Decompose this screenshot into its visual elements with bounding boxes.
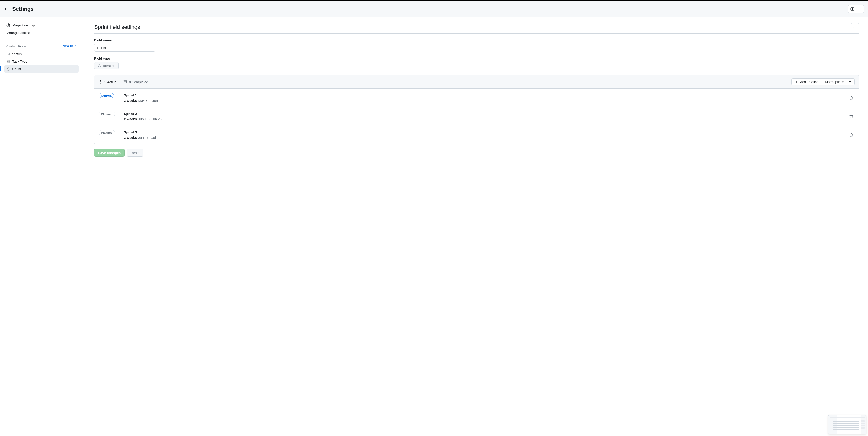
kebab-icon [858, 7, 862, 11]
iteration-icon [98, 64, 101, 68]
iteration-name[interactable]: Sprint 3 [124, 130, 848, 134]
sidebar: Project settings Manage access Custom fi… [0, 17, 85, 436]
tab-label: 3 Active [104, 80, 116, 84]
iteration-icon [6, 67, 10, 71]
iteration-row: PlannedSprint 22 weeksJun 13 - Jun 26 [94, 107, 859, 125]
new-field-button[interactable]: New field [57, 44, 76, 48]
delete-iteration-button[interactable] [848, 113, 855, 120]
single-select-icon [6, 52, 10, 56]
iteration-duration: 2 weeks [124, 117, 137, 121]
iteration-badge: Current [98, 93, 114, 98]
new-field-label: New field [63, 44, 76, 48]
single-select-icon [6, 60, 10, 63]
svg-point-3 [859, 8, 859, 9]
field-type-value: Iteration [103, 64, 115, 68]
trash-icon [849, 114, 853, 118]
svg-point-12 [855, 27, 855, 28]
reset-button[interactable]: Reset [127, 149, 143, 157]
sidebar-field-sprint[interactable]: Sprint [4, 65, 79, 72]
svg-point-5 [861, 8, 862, 9]
delete-iteration-button[interactable] [848, 132, 855, 138]
iteration-row: CurrentSprint 12 weeksMay 30 - Jun 12 [94, 89, 859, 107]
iteration-duration: 2 weeks [124, 136, 137, 140]
svg-rect-1 [850, 8, 854, 10]
tab-label: 0 Completed [129, 80, 148, 84]
more-options-button[interactable]: More options [822, 79, 855, 85]
more-button[interactable] [856, 5, 864, 13]
iteration-date-range: Jun 27 - Jul 10 [138, 136, 160, 140]
sidebar-field-label: Sprint [12, 67, 21, 71]
trash-icon [849, 133, 853, 137]
plus-icon [57, 44, 61, 48]
sidebar-item-label: Manage access [6, 31, 30, 35]
iteration-row: PlannedSprint 32 weeksJun 27 - Jul 10 [94, 125, 859, 144]
sidebar-field-label: Status [12, 52, 22, 56]
field-type-display: Iteration [94, 62, 119, 69]
svg-rect-10 [7, 60, 9, 63]
iteration-name[interactable]: Sprint 2 [124, 112, 848, 116]
iterations-panel: 3 Active 0 Completed Add iteratio [94, 75, 859, 144]
sidebar-item-project-settings[interactable]: Project settings [4, 21, 79, 29]
sidebar-divider [4, 39, 79, 40]
iterations-tabs-row: 3 Active 0 Completed Add iteratio [94, 75, 859, 89]
svg-point-13 [856, 27, 857, 28]
iteration-duration: 2 weeks [124, 98, 137, 103]
sidebar-item-manage-access[interactable]: Manage access [4, 29, 79, 36]
panel-toggle-button[interactable] [848, 5, 856, 13]
tab-completed-iterations[interactable]: 0 Completed [123, 80, 148, 84]
save-changes-button[interactable]: Save changes [94, 149, 125, 157]
custom-fields-label: Custom fields [6, 45, 26, 48]
main-more-button[interactable] [851, 23, 859, 31]
kebab-icon [853, 25, 857, 29]
more-options-label: More options [825, 80, 844, 84]
svg-point-4 [860, 8, 860, 9]
side-panel-icon [850, 7, 854, 11]
main-content: Sprint field settings Field name Field t… [85, 17, 868, 436]
thumbnail-preview[interactable] [828, 415, 866, 434]
svg-point-6 [8, 25, 9, 26]
iteration-badge: Planned [98, 112, 115, 116]
iteration-date-range: May 30 - Jun 12 [138, 98, 163, 103]
sidebar-field-task-type[interactable]: Task Type [4, 58, 79, 65]
add-iteration-button[interactable]: Add iteration [792, 79, 822, 85]
gear-icon [6, 23, 10, 27]
iteration-badge: Planned [98, 130, 115, 135]
trash-icon [849, 96, 853, 100]
back-arrow-icon[interactable] [4, 6, 9, 11]
delete-iteration-button[interactable] [848, 94, 855, 101]
sidebar-field-status[interactable]: Status [4, 50, 79, 58]
svg-rect-9 [7, 53, 9, 55]
header-bar: Settings [0, 1, 868, 17]
iteration-name[interactable]: Sprint 1 [124, 93, 848, 97]
iterations-actions-group: Add iteration More options [792, 79, 855, 85]
page-title: Settings [12, 6, 34, 12]
add-iteration-label: Add iteration [800, 80, 818, 84]
tab-active-iterations[interactable]: 3 Active [98, 80, 116, 84]
svg-marker-19 [849, 81, 851, 83]
main-title: Sprint field settings [94, 24, 140, 30]
svg-point-11 [853, 27, 854, 28]
svg-rect-15 [124, 81, 127, 81]
plus-icon [795, 80, 798, 84]
field-type-label: Field type [94, 57, 859, 60]
iteration-date-range: Jun 13 - Jun 26 [138, 117, 162, 121]
clock-icon [98, 80, 103, 84]
sidebar-field-label: Task Type [12, 59, 27, 63]
custom-fields-header: Custom fields New field [4, 43, 79, 50]
archive-icon [123, 80, 127, 84]
caret-down-icon [848, 81, 851, 83]
field-name-label: Field name [94, 38, 859, 42]
header-action-group [848, 5, 864, 13]
sidebar-item-label: Project settings [13, 23, 36, 27]
field-name-input[interactable] [94, 44, 155, 52]
